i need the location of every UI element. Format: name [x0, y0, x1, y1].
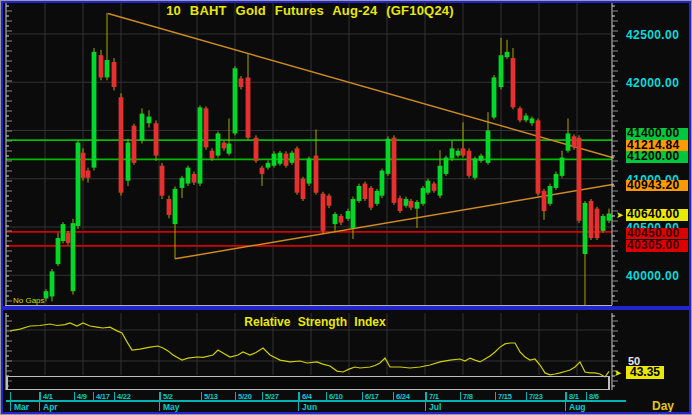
candle-body: [112, 62, 117, 87]
candle-body: [392, 138, 397, 203]
candle-body: [233, 68, 238, 133]
candle-body: [71, 223, 76, 291]
candle-body: [467, 151, 472, 176]
candle-body: [119, 97, 124, 193]
candle-body: [301, 179, 306, 199]
candle-body: [321, 194, 326, 231]
candle-body: [426, 181, 431, 193]
candle-body: [192, 174, 197, 183]
rsi-title: Relative Strength Index: [95, 315, 535, 329]
candle-body: [50, 271, 55, 296]
candle-body: [198, 107, 203, 183]
candle-body: [518, 108, 523, 120]
timeframe-day-label: Day: [652, 399, 688, 413]
candle-body: [307, 158, 312, 183]
candle-body: [180, 178, 185, 188]
candle-body: [450, 148, 455, 158]
chart-title: 10 BAHT Gold Futures Aug-24 (GF10Q24): [90, 3, 530, 18]
candle-body: [76, 143, 81, 226]
candle-body: [386, 139, 391, 174]
candle-body: [492, 77, 497, 117]
candle-body: [607, 213, 612, 220]
candle-body: [246, 77, 251, 137]
candle-body: [601, 216, 606, 231]
candle-body: [572, 136, 577, 147]
candle-body: [81, 153, 86, 178]
candle-body: [99, 55, 104, 77]
candle-body: [363, 184, 368, 199]
candle-body: [254, 138, 259, 161]
candle-body: [536, 120, 541, 193]
candle-body: [505, 52, 510, 57]
candle-body: [554, 174, 559, 188]
candle-body: [173, 189, 178, 224]
candle-body: [577, 138, 582, 221]
candle-body: [415, 202, 420, 209]
candle-body: [595, 209, 600, 238]
candle-body: [438, 166, 443, 196]
candle-body: [239, 78, 244, 87]
candle-body: [222, 143, 227, 149]
candle-body: [542, 191, 547, 211]
candle-body: [61, 224, 66, 241]
candle-body: [548, 186, 553, 204]
candle-body: [284, 154, 289, 166]
candle-body: [186, 168, 191, 184]
candle-body: [511, 58, 516, 107]
candle-body: [227, 144, 232, 154]
candle-body: [204, 108, 209, 147]
candle-body: [86, 171, 91, 178]
candle-body: [357, 186, 362, 201]
candle-body: [327, 196, 332, 206]
trading-chart-window: 10 BAHT Gold Futures Aug-24 (GF10Q24) No…: [0, 0, 692, 415]
candle-body: [461, 148, 466, 155]
candle-body: [456, 151, 461, 156]
candle-body: [346, 211, 351, 219]
candle-body: [566, 133, 571, 150]
candle-body: [167, 199, 172, 215]
candle-body: [66, 233, 71, 243]
candle-body: [105, 60, 110, 77]
candle-body: [314, 156, 319, 193]
candle-body: [398, 198, 403, 211]
candle-body: [524, 116, 529, 121]
candle-body: [530, 118, 535, 123]
candle-body: [92, 52, 97, 168]
candle-body: [589, 201, 594, 238]
candle-body: [333, 214, 338, 224]
candle-body: [260, 168, 265, 174]
candle-body: [154, 123, 159, 155]
candle-body: [409, 201, 414, 208]
no-gaps-label: No Gaps: [13, 296, 45, 305]
candle-body: [210, 151, 215, 159]
candle-body: [444, 158, 449, 174]
rsi-value-badge: 43.35: [626, 366, 664, 379]
candle-body: [126, 143, 131, 181]
candle-body: [421, 188, 426, 204]
rsi-line: [10, 323, 609, 377]
candle-body: [380, 171, 385, 196]
last-price-arrow-icon: ➤: [616, 211, 624, 220]
candle-body: [56, 238, 61, 264]
candle-body: [266, 163, 271, 168]
candle-body: [369, 188, 374, 208]
candle-body: [339, 216, 344, 223]
candle-body: [432, 184, 437, 191]
candle-body: [278, 153, 283, 164]
candle-body: [351, 199, 356, 228]
time-range-scrollbar[interactable]: [6, 376, 610, 390]
candle-body: [160, 166, 165, 196]
candle-body: [272, 154, 277, 166]
candle-body: [295, 148, 300, 192]
candle-body: [375, 191, 380, 204]
candle-body: [486, 131, 491, 163]
panel-separator: [2, 306, 690, 310]
chart-canvas: [0, 0, 692, 415]
candle-body: [140, 114, 145, 141]
candle-body: [216, 133, 221, 155]
candle-body: [583, 203, 588, 254]
candle-body: [499, 55, 504, 87]
candle-body: [473, 158, 478, 177]
rsi-value-arrow-icon: ➤: [614, 369, 622, 378]
candle-body: [290, 153, 295, 163]
